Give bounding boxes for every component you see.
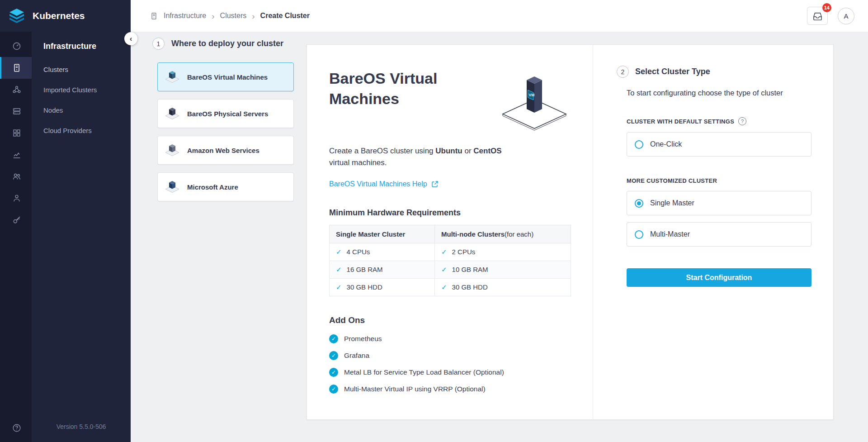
- hw-row-cpu: ✓4 CPUs ✓2 CPUs: [330, 243, 571, 261]
- hw-col-multi-node: Multi-node Clusters(for each): [435, 225, 571, 243]
- teams-icon: [12, 171, 22, 181]
- provider-list: BareOS Virtual Machines BareOS Physical …: [157, 62, 294, 201]
- addons-title: Add Ons: [329, 315, 575, 325]
- avatar[interactable]: A: [838, 8, 854, 24]
- provider-card-bareos-vm[interactable]: BareOS Virtual Machines: [157, 62, 294, 91]
- check-circle-icon: ✓: [329, 368, 338, 377]
- check-icon: ✓: [441, 248, 447, 256]
- monitoring-chart-icon: [12, 150, 22, 160]
- vm-illustration: VM: [491, 71, 573, 134]
- aws-icon: [163, 143, 181, 158]
- details-header: BareOS Virtual Machines VM: [329, 68, 575, 134]
- check-icon: ✓: [336, 248, 342, 256]
- app-root: Kubernetes: [0, 0, 868, 442]
- cluster-type-option-multi-master[interactable]: Multi-Master: [627, 222, 811, 247]
- breadcrumb-item-clusters[interactable]: Clusters: [220, 12, 247, 20]
- notification-badge: 14: [822, 3, 831, 12]
- hw-cell: ✓10 GB RAM: [435, 261, 571, 278]
- desc-post: virtual machines.: [329, 158, 387, 167]
- help-link[interactable]: BareOS Virtual Machines Help: [329, 180, 439, 188]
- user-icon: [12, 193, 22, 203]
- addons-list: ✓ Prometheus ✓ Grafana ✓ Metal LB for Se…: [329, 334, 575, 394]
- provider-label: Amazon Web Services: [187, 147, 259, 154]
- option-label: Single Master: [650, 199, 694, 207]
- grid-icon: [12, 128, 22, 138]
- rail-item-dashboard[interactable]: [0, 35, 32, 57]
- rail-item-apps[interactable]: [0, 79, 32, 100]
- cluster-type-option-one-click[interactable]: One-Click: [627, 132, 811, 157]
- app-title: Kubernetes: [33, 10, 85, 21]
- app-logo-icon: [7, 8, 27, 24]
- rail-item-users[interactable]: [0, 187, 32, 209]
- provider-details: BareOS Virtual Machines VM Create a Bare…: [307, 45, 593, 419]
- logo-row: Kubernetes: [0, 0, 131, 32]
- hardware-requirements-title: Minimum Hardware Requirements: [329, 208, 575, 218]
- breadcrumb-infrastructure-icon: [150, 12, 158, 20]
- step2-subtitle: To start configurating choose the type o…: [627, 89, 811, 97]
- details-title: BareOS Virtual Machines: [329, 68, 465, 109]
- breadcrumb-separator-icon: ›: [212, 12, 214, 20]
- provider-card-bareos-physical[interactable]: BareOS Physical Servers: [157, 99, 294, 128]
- details-description: Create a BareOS cluster using Ubuntu or …: [329, 145, 514, 169]
- cluster-type-option-single-master[interactable]: Single Master: [627, 191, 811, 215]
- notifications-button[interactable]: 14: [807, 7, 828, 25]
- cluster-type-section: 2 Select Cluster Type To start configura…: [593, 45, 833, 419]
- addon-item-vrrp: ✓ Multi-Master Virtual IP using VRRP (Op…: [329, 385, 575, 394]
- azure-icon: [163, 179, 181, 195]
- hw-row-hdd: ✓30 GB HDD ✓30 GB HDD: [330, 278, 571, 296]
- hw-value: 30 GB HDD: [347, 283, 382, 291]
- apps-cluster-icon: [12, 85, 22, 95]
- bareos-vm-icon: [163, 69, 181, 85]
- check-icon: ✓: [336, 266, 342, 273]
- sidebar-item-imported-clusters[interactable]: Imported Clusters: [43, 86, 131, 94]
- external-link-icon: [431, 181, 439, 188]
- breadcrumb-item-infrastructure[interactable]: Infrastructure: [164, 12, 206, 20]
- hw-header-row: Single Master Cluster Multi-node Cluster…: [330, 225, 571, 243]
- provider-card-aws[interactable]: Amazon Web Services: [157, 136, 294, 165]
- hw-col-multi-node-suffix: (for each): [505, 230, 533, 238]
- collapse-chevron-icon: ‹: [130, 34, 132, 43]
- hw-cell: ✓16 GB RAM: [330, 261, 435, 278]
- provider-label: BareOS Virtual Machines: [187, 73, 268, 81]
- radio-dot: [637, 201, 641, 205]
- rail-item-workloads[interactable]: [0, 122, 32, 144]
- check-circle-icon: ✓: [329, 334, 338, 343]
- sidebar-item-nodes[interactable]: Nodes: [43, 106, 131, 114]
- addon-label: Metal LB for Service Type Load Balancer …: [344, 368, 504, 376]
- storage-icon: [12, 106, 22, 116]
- desc-mid: or: [462, 147, 474, 155]
- rail-item-storage[interactable]: [0, 100, 32, 122]
- rail-item-teams[interactable]: [0, 166, 32, 187]
- provider-card-azure[interactable]: Microsoft Azure: [157, 172, 294, 201]
- step1-number-badge: 1: [152, 38, 165, 50]
- nav-spacer: [43, 147, 131, 423]
- provider-label: Microsoft Azure: [187, 183, 238, 191]
- rail-item-infrastructure[interactable]: [0, 57, 32, 79]
- sidebar-item-cloud-providers[interactable]: Cloud Providers: [43, 127, 131, 134]
- hw-value: 30 GB HDD: [452, 283, 488, 291]
- rail-item-access[interactable]: [0, 209, 32, 231]
- hw-row-ram: ✓16 GB RAM ✓10 GB RAM: [330, 261, 571, 278]
- default-settings-help-icon[interactable]: ?: [738, 117, 746, 125]
- step1-title: Where to deploy your cluster: [171, 39, 283, 48]
- hw-value: 10 GB RAM: [452, 266, 488, 273]
- sidebar: Kubernetes: [0, 0, 131, 442]
- sidebar-section-title: Infrastructure: [43, 42, 131, 51]
- rail-item-monitoring[interactable]: [0, 144, 32, 166]
- dashboard-icon: [12, 41, 22, 51]
- hw-col-multi-node-label: Multi-node Clusters: [441, 230, 505, 238]
- inbox-icon: [812, 11, 823, 21]
- addon-label: Prometheus: [344, 335, 382, 343]
- version-label: Version 5.5.0-506: [32, 423, 131, 442]
- start-configuration-button[interactable]: Start Configuration: [627, 268, 811, 287]
- addon-label: Grafana: [344, 352, 369, 360]
- addon-item-prometheus: ✓ Prometheus: [329, 334, 575, 343]
- sidebar-collapse-button[interactable]: ‹: [124, 32, 137, 45]
- hw-value: 16 GB RAM: [347, 266, 383, 273]
- desc-pre: Create a BareOS cluster using: [329, 147, 435, 155]
- hw-cell: ✓30 GB HDD: [435, 278, 571, 296]
- desc-os-centos: CentOS: [473, 147, 501, 155]
- sidebar-item-clusters[interactable]: Clusters: [43, 66, 131, 73]
- sidebar-body: Infrastructure Clusters Imported Cluster…: [0, 32, 131, 442]
- rail-item-help[interactable]: [0, 420, 32, 442]
